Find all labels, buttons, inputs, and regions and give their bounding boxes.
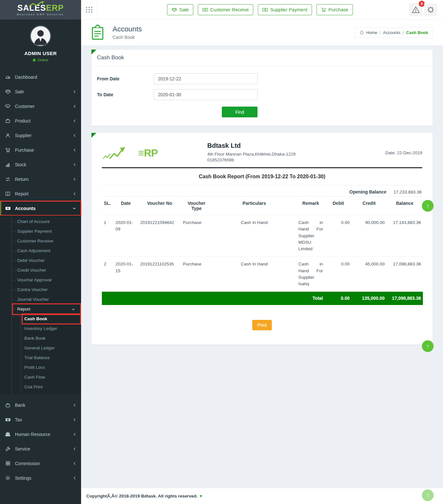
total-balance: 17,098,883.36	[387, 292, 423, 305]
cart-icon	[321, 7, 326, 12]
submenu-item-bank-book[interactable]: Bank Book	[0, 334, 81, 343]
chevron-left-icon	[73, 148, 76, 152]
purchase-button[interactable]: Purchase	[317, 4, 353, 15]
sidebar-item-purchase[interactable]: Purchase	[0, 143, 81, 157]
total-credit: 135,000.00	[352, 292, 387, 305]
breadcrumb-accounts[interactable]: Accounts	[383, 30, 400, 35]
sidebar-item-supplier[interactable]: Supplier	[0, 128, 81, 143]
column-header: Credit	[352, 197, 387, 215]
money-icon	[5, 417, 11, 422]
sidebar-item-bank[interactable]: Bank	[0, 398, 81, 412]
submenu-item-journal-voucher[interactable]: Journal Voucher	[0, 295, 81, 304]
brand-logo[interactable]: SALESERP Business ERP Solution	[0, 0, 81, 19]
column-header: Balance	[387, 197, 423, 215]
arrow-up-icon: ↑	[426, 492, 429, 499]
report-date: Date: 22-Dec-2019	[385, 150, 422, 155]
sidebar-item-dashboard[interactable]: Dashboard	[0, 70, 81, 84]
customer-receive-button[interactable]: Customer Receive	[198, 4, 253, 15]
supplier-payment-button[interactable]: Supplier Payment	[258, 4, 312, 15]
submenu-item-chart-of-account[interactable]: Chart of Account	[0, 217, 81, 227]
submenu-item-cash-book[interactable]: Cash Book	[0, 314, 81, 324]
total-debit: 0.00	[325, 292, 352, 305]
table-cell: 20191221102535	[138, 257, 181, 292]
submenu-item-customer-receive[interactable]: Customer Receive	[0, 236, 81, 246]
sidebar-item-stock[interactable]: Stock	[0, 157, 81, 172]
submenu-item-report[interactable]: Report	[0, 304, 81, 314]
sidebar-item-label: Bank	[15, 403, 25, 408]
apps-menu-button[interactable]	[81, 0, 97, 19]
table-cell: 45,000.00	[352, 257, 387, 292]
find-button[interactable]: Find	[222, 107, 257, 117]
settings-button[interactable]	[424, 3, 437, 16]
bag-icon	[5, 403, 11, 408]
grid-icon	[5, 461, 11, 466]
sidebar-item-tax[interactable]: Tax	[0, 412, 81, 427]
sidebar-item-service[interactable]: Service	[0, 441, 81, 456]
chevron-left-icon	[73, 163, 76, 167]
avatar[interactable]	[30, 25, 51, 47]
warning-triangle-icon	[412, 6, 420, 14]
submenu-item-inventory-ledger[interactable]: Inventory Ledger	[0, 324, 81, 334]
sidebar-item-label: Commission	[15, 461, 40, 466]
chevron-left-icon	[73, 119, 76, 123]
sidebar-item-label: Dashboard	[15, 75, 37, 80]
chevron-left-icon	[73, 134, 76, 137]
report-logo: ≡RP	[102, 142, 207, 161]
sidebar-item-product[interactable]: Product	[0, 113, 81, 128]
scroll-top-button[interactable]: ↑	[422, 340, 434, 352]
table-cell: 2020-01-09	[114, 215, 138, 257]
sidebar-item-commission[interactable]: Commission	[0, 456, 81, 471]
submenu-item-debit-voucher[interactable]: Debit Voucher	[0, 256, 81, 265]
sidebar-item-label: Supplier	[15, 133, 31, 138]
sidebar-item-return[interactable]: Return	[0, 172, 81, 186]
grid-dots-icon	[86, 7, 92, 13]
submenu-item-cash-adjustment[interactable]: Cash Adjustment	[0, 246, 81, 256]
sale-button[interactable]: Sale	[167, 4, 193, 15]
table-cell: Cash in Hand For Supplier Isahq	[296, 257, 325, 292]
from-date-input[interactable]	[154, 73, 257, 84]
to-date-input[interactable]	[154, 89, 257, 100]
table-cell: 0.00	[325, 257, 352, 292]
gear-icon	[426, 6, 435, 14]
table-row: 1 2020-01-09 20191221094642 Purchase Cas…	[102, 215, 423, 257]
scroll-top-button[interactable]: ↑	[422, 489, 434, 501]
tools-icon	[5, 446, 11, 451]
table-cell: 0.00	[325, 215, 352, 257]
table-row: 2 2020-01-15 20191221102535 Purchase Cas…	[102, 257, 423, 292]
sidebar-item-label: Sale	[15, 89, 24, 94]
submenu-item-vouchar-approval[interactable]: Vouchar Approval	[0, 275, 81, 285]
sidebar-item-report[interactable]: Report	[0, 186, 81, 201]
sidebar-item-label: Return	[15, 177, 29, 182]
submenu-item-supplier-payment[interactable]: Supplier Payment	[0, 227, 81, 236]
sidebar-item-customer[interactable]: Customer	[0, 99, 81, 113]
column-header: Particulars	[212, 197, 296, 215]
scale-icon	[172, 7, 177, 12]
sidebar-item-settings[interactable]: Settings	[0, 471, 81, 485]
company-address: 4th Floor Mannan Plaza,Khilkhet,Dhaka-12…	[207, 152, 295, 157]
filter-card-body: From Date To Date Find	[91, 66, 433, 126]
submenu-item-trial-balance[interactable]: Trial Balance	[0, 353, 81, 363]
breadcrumb-separator: /	[379, 30, 381, 35]
print-button[interactable]: Print	[252, 320, 272, 330]
submenu-item-coa-print[interactable]: Coa Print	[0, 382, 81, 392]
scroll-top-button[interactable]: ↑	[422, 200, 434, 212]
table-cell: 17,143,883.36	[387, 215, 423, 257]
submenu-item-contra-voucher[interactable]: Contra Voucher	[0, 285, 81, 295]
briefcase-icon	[5, 118, 11, 123]
top-header: Sale Customer Receive Supplier Payment P…	[81, 0, 443, 19]
sidebar-item-accounts[interactable]: ৳ Accounts	[0, 201, 81, 216]
submenu-item-cash-flow[interactable]: Cash Flow	[0, 372, 81, 382]
main-area: Sale Customer Receive Supplier Payment P…	[81, 0, 443, 504]
breadcrumb-home[interactable]: Home	[366, 30, 377, 35]
svg-text:৳: ৳	[7, 207, 8, 209]
notifications-button[interactable]: 0	[409, 3, 422, 16]
submenu-item-profit-loss[interactable]: Profit Loss	[0, 363, 81, 372]
sidebar-item-human-resource[interactable]: Human Resource	[0, 427, 81, 441]
company-name: Bdtask Ltd	[207, 142, 295, 149]
submenu-item-credit-voucher[interactable]: Credit Voucher	[0, 265, 81, 275]
submenu-item-general-ledger[interactable]: General Ledger	[0, 343, 81, 353]
arrow-up-icon: ↑	[426, 343, 429, 350]
sidebar-item-sale[interactable]: Sale	[0, 84, 81, 99]
chevron-left-icon	[73, 177, 76, 181]
sidebar-item-label: Report	[15, 191, 29, 196]
